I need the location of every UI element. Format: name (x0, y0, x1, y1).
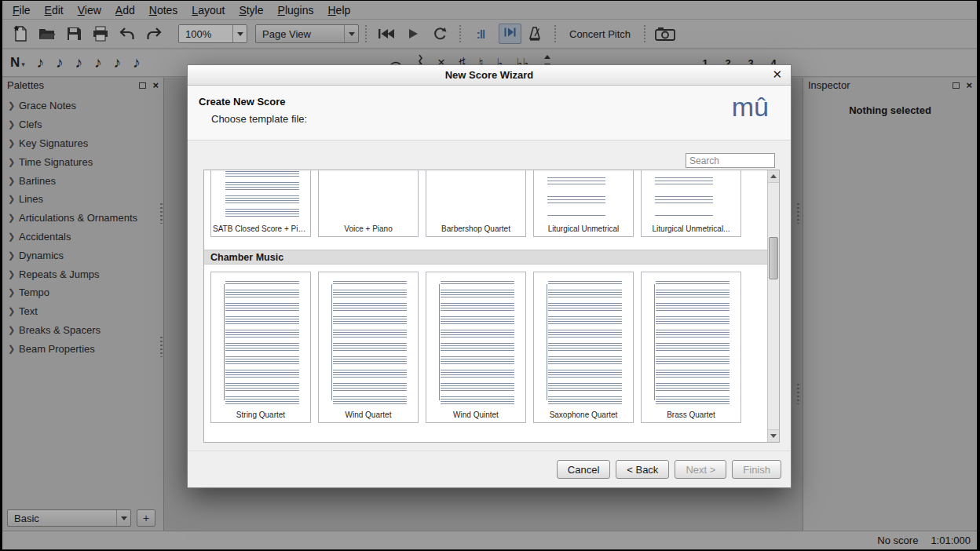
template-thumbnail (645, 276, 737, 408)
template-label: Barbershop Quartet (426, 224, 525, 236)
arrow-up-icon (770, 174, 777, 178)
template-label: SATB Closed Score + Piano (211, 224, 310, 236)
template-card[interactable]: Wind Quintet (426, 272, 526, 423)
template-thumbnail (323, 170, 414, 222)
template-thumbnail (215, 170, 306, 222)
template-card[interactable]: Voice + Piano (318, 170, 419, 237)
dialog-close-button[interactable]: ✕ (772, 68, 782, 80)
template-card[interactable]: String Quartet (210, 272, 311, 423)
template-thumbnail (645, 170, 737, 222)
template-thumbnail (430, 170, 521, 222)
template-card[interactable]: Liturgical Unmetrical (533, 170, 634, 237)
template-thumbnail (538, 276, 629, 408)
template-thumbnail (323, 276, 414, 408)
template-row-chamber: String Quartet Wind Quartet Wind Quintet… (204, 272, 767, 423)
template-search-input[interactable] (686, 153, 775, 168)
template-label: String Quartet (211, 410, 310, 422)
template-card[interactable]: Barbershop Quartet (426, 170, 526, 237)
dialog-titlebar[interactable]: New Score Wizard ✕ (188, 65, 791, 86)
template-label: Brass Quartet (642, 410, 740, 422)
arrow-down-icon (770, 434, 777, 438)
cancel-button[interactable]: Cancel (557, 460, 610, 479)
new-score-wizard-dialog: New Score Wizard ✕ Create New Score Choo… (187, 64, 792, 488)
template-card[interactable]: Brass Quartet (641, 272, 741, 423)
template-card[interactable]: SATB Closed Score + Piano (210, 170, 311, 237)
template-card[interactable]: Wind Quartet (318, 272, 419, 423)
dialog-header: Create New Score Choose template file: (188, 86, 791, 140)
template-label: Voice + Piano (319, 224, 418, 236)
dialog-title: New Score Wizard (445, 69, 534, 81)
wizard-subheading: Choose template file: (211, 113, 791, 125)
scroll-down-button[interactable] (768, 429, 779, 442)
template-scrollbar[interactable] (767, 170, 779, 442)
dialog-buttons: Cancel < Back Next > Finish (557, 460, 781, 479)
button-separator (188, 451, 791, 451)
template-label: Liturgical Unmetrical... (642, 224, 740, 236)
template-list: SATB Closed Score + Piano Voice + Piano … (203, 170, 780, 443)
template-thumbnail (430, 276, 521, 408)
musescore-logo: mû (732, 92, 769, 122)
template-card[interactable]: Saxophone Quartet (533, 272, 634, 423)
scroll-up-button[interactable] (768, 170, 779, 183)
back-button[interactable]: < Back (616, 460, 669, 479)
next-button: Next > (675, 460, 726, 479)
finish-button: Finish (732, 460, 781, 479)
template-label: Saxophone Quartet (534, 410, 633, 422)
scroll-handle[interactable] (769, 237, 778, 279)
desktop: File Edit View Add Notes Layout Style Pl… (0, 0, 980, 551)
template-card[interactable]: Liturgical Unmetrical... (641, 170, 741, 237)
template-label: Wind Quartet (319, 410, 418, 422)
wizard-heading: Create New Score (199, 96, 791, 108)
section-header-chamber-music: Chamber Music (204, 250, 767, 265)
template-label: Wind Quintet (426, 410, 525, 422)
template-row-choral: SATB Closed Score + Piano Voice + Piano … (204, 170, 767, 237)
template-thumbnail (538, 170, 629, 222)
template-thumbnail (215, 276, 306, 408)
template-list-viewport: SATB Closed Score + Piano Voice + Piano … (204, 170, 767, 442)
template-label: Liturgical Unmetrical (534, 224, 633, 236)
